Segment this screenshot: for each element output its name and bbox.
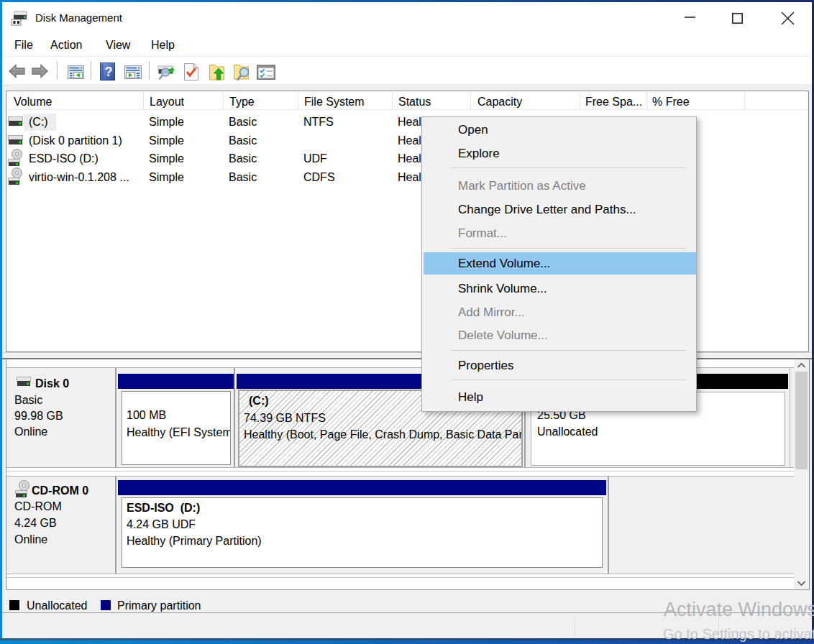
- svg-text:?: ?: [105, 65, 113, 79]
